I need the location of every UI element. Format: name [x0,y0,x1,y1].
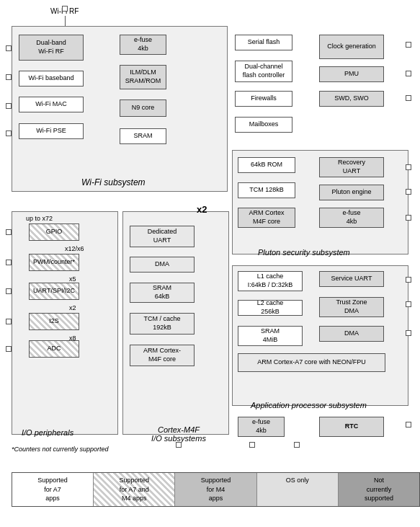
pluton-label: Pluton security subsystem [258,248,350,257]
recovery-uart-block: RecoveryUART [319,157,384,177]
efuse-pluton-block: e-fuse4kb [319,208,384,228]
clock-gen-block: Clock generation [319,35,384,59]
main-container: Wi-Fi RF Wi-Fi subsystem Dual-bandWi-Fi … [0,0,420,513]
legend-a7-m4: Supportedfor A7 andM4 apps [94,473,175,506]
serial-flash-block: Serial flash [235,35,292,50]
sram-4mb-block: SRAM4MiB [238,326,303,346]
pluton-engine-block: Pluton engine [319,185,384,200]
mailboxes-block: Mailboxes [235,117,292,133]
pmu-block: PMU [319,66,384,82]
service-uart-block: Service UART [319,271,384,287]
legend-a7: Supportedfor A7apps [12,473,94,506]
gpio-block: GPIO [29,223,79,241]
x5-label: x5 [69,275,76,283]
legend-not-supported: Notcurrentlysupported [339,473,419,506]
legend-container: Supportedfor A7apps Supportedfor A7 andM… [12,472,420,507]
ilm-dlm-block: ILM/DLMSRAM/ROM [120,65,166,89]
diagram-area: Wi-Fi RF Wi-Fi subsystem Dual-bandWi-Fi … [6,6,414,471]
rom-64kb-block: 64kB ROM [238,157,295,173]
footnote: *Counters not currently supported [12,446,109,453]
wifi-pse-block: Wi-Fi PSE [19,123,84,139]
sram-n9-block: SRAM [120,128,166,144]
arm-m4f-pluton-block: ARM CortexM4F core [238,208,295,228]
tcm-cache-192-block: TCM / cache192kB [130,313,195,335]
arm-a7-block: ARM Cortex-A7 core with NEON/FPU [238,353,385,372]
arm-m4f-cortex-block: ARM Cortex-M4F core [130,345,195,366]
x2-top-label: x2 [197,204,207,215]
trustzone-dma-block: Trust ZoneDMA [319,297,384,317]
up-to-x72-label: up to x72 [26,215,53,222]
efuse-main-block: e-fuse4kb [238,417,285,437]
app-subsystem-label: Application processor subsystem [251,401,367,409]
wifi-subsystem-label: Wi-Fi subsystem [81,177,146,187]
l2-cache-block: L2 cache256kB [238,300,303,316]
cortex-m4f-label: Cortex-M4FI/O subsystems [128,425,229,443]
wifi-baseband-block: Wi-Fi baseband [19,71,84,87]
adc-block: ADC [29,340,79,358]
n9-core-block: N9 core [120,99,166,117]
rtc-block: RTC [319,417,384,437]
dual-channel-block: Dual-channelflash controller [235,61,292,82]
dual-band-block: Dual-bandWi-Fi RF [19,35,84,61]
dedicated-uart-block: DedicatedUART [130,226,195,247]
wifi-mac-block: Wi-Fi MAC [19,97,84,112]
dma-m4f-block: DMA [130,257,195,273]
uart-spi-i2c-block: UART/SPI/I2C [29,283,79,300]
legend-m4: Supportedfor M4apps [175,473,256,506]
x12-x6-label: x12/x6 [65,245,84,252]
firewalls-block: Firewalls [235,91,292,107]
swd-swo-block: SWD, SWO [319,91,384,107]
pwm-counter-block: PWM/counter* [29,254,79,271]
legend-os-only: OS only [257,473,339,506]
dma-a7-block: DMA [319,326,384,342]
i2s-block: I2S [29,313,79,330]
x2-io-label: x2 [69,304,76,311]
tcm-128kb-block: TCM 128kB [238,182,295,198]
io-peripherals-label: I/O peripherals [22,428,73,437]
sram-64kb-block: SRAM64kB [130,283,195,303]
efuse-top-block: e-fuse4kb [120,35,166,55]
l1-cache-block: L1 cacheI:64kB / D:32kB [238,271,303,291]
